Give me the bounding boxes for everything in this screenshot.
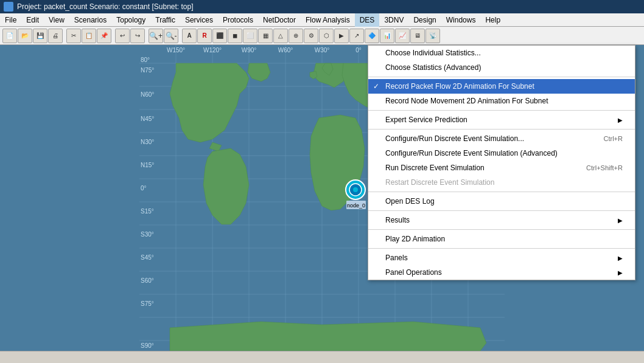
app-icon [4, 2, 13, 12]
dd-record-node-movement[interactable]: Record Node Movement 2D Animation For Su… [368, 94, 635, 108]
tb-zoom-in[interactable]: 🔍+ [149, 29, 163, 43]
menu-edit[interactable]: Edit [21, 13, 44, 27]
dd-check-icon: ✓ [373, 82, 379, 91]
dd-record-node-movement-label: Record Node Movement 2D Animation For Su… [385, 97, 548, 105]
dd-panel-operations-arrow: ▶ [618, 269, 623, 276]
lat-label-s60: S60° [141, 277, 154, 284]
lon-label-w150: W150° [167, 47, 185, 54]
menu-file[interactable]: File [0, 13, 21, 27]
dd-expert-service[interactable]: Expert Service Prediction ▶ [368, 112, 635, 127]
menubar: File Edit View Scenarios Topology Traffi… [0, 13, 644, 27]
lat-label-s45: S45° [141, 254, 154, 261]
dd-record-packet-flow[interactable]: ✓ Record Packet Flow 2D Animation For Su… [368, 79, 635, 94]
tb-cut[interactable]: ✂ [66, 29, 81, 43]
tb-tool3[interactable]: ⬛ [212, 29, 227, 43]
dd-choose-advanced-label: Choose Statistics (Advanced) [385, 63, 481, 72]
dd-configure-run-advanced-label: Configure/Run Discrete Event Simulation … [385, 149, 558, 157]
menu-windows[interactable]: Windows [441, 13, 481, 27]
tb-tool5[interactable]: ⬜ [243, 29, 257, 43]
lat-label-s15: S15° [141, 208, 154, 215]
tb-tool8[interactable]: ⊕ [289, 29, 303, 43]
tb-tool13[interactable]: 🔷 [365, 29, 379, 43]
menu-flow-analysis[interactable]: Flow Analysis [301, 13, 355, 27]
tb-save[interactable]: 💾 [33, 29, 47, 43]
toolbar: 📄 📂 💾 🖨 ✂ 📋 📌 ↩ ↪ 🔍+ 🔍- A R ⬛ ◼ ⬜ ▦ △ ⊕ … [0, 27, 644, 45]
lon-label-w30: W30° [315, 47, 330, 54]
statusbar [0, 351, 644, 363]
tb-tool6[interactable]: ▦ [258, 29, 273, 43]
lon-label-0: 0° [355, 47, 362, 54]
tb-paste[interactable]: 📌 [97, 29, 111, 43]
menu-des[interactable]: DES [355, 13, 380, 27]
dd-run-des[interactable]: Run Discrete Event Simulation Ctrl+Shift… [368, 161, 635, 175]
lat-label-s30: S30° [141, 231, 154, 238]
menu-scenarios[interactable]: Scenarios [69, 13, 111, 27]
tb-tool14[interactable]: 📊 [380, 29, 394, 43]
dd-record-packet-flow-label: Record Packet Flow 2D Animation For Subn… [385, 82, 534, 91]
menu-traffic[interactable]: Traffic [150, 13, 180, 27]
tb-tool16[interactable]: 🖥 [410, 29, 425, 43]
tb-tool9[interactable]: ⚙ [304, 29, 318, 43]
tb-tool1[interactable]: A [182, 29, 197, 43]
menu-protocols[interactable]: Protocols [218, 13, 258, 27]
lat-label-n30: N30° [141, 139, 154, 145]
tb-undo[interactable]: ↩ [115, 29, 130, 43]
dd-play-2d[interactable]: Play 2D Animation [368, 232, 635, 246]
tb-tool2[interactable]: R [197, 29, 212, 43]
dd-open-des-log[interactable]: Open DES Log [368, 194, 635, 209]
dd-choose-individual[interactable]: Choose Individual Statistics... [368, 46, 635, 60]
tb-tool11[interactable]: ▶ [334, 29, 349, 43]
dd-open-des-log-label: Open DES Log [385, 197, 435, 206]
dd-sep4 [368, 192, 635, 192]
dd-sep3 [368, 129, 635, 130]
dd-sep6 [368, 229, 635, 230]
tb-open[interactable]: 📂 [18, 29, 32, 43]
node-dot [353, 187, 358, 192]
menu-netdoctor[interactable]: NetDoctor [258, 13, 301, 27]
dd-sep2 [368, 110, 635, 111]
menu-services[interactable]: Services [180, 13, 218, 27]
tb-tool12[interactable]: ↗ [349, 29, 364, 43]
dd-run-des-label: Run Discrete Event Simulation [385, 164, 485, 172]
dd-results[interactable]: Results ▶ [368, 213, 635, 227]
lat-label-n75: N75° [141, 67, 154, 74]
dd-expert-service-label: Expert Service Prediction [385, 116, 467, 124]
dd-results-arrow: ▶ [618, 217, 623, 224]
tb-tool17[interactable]: 📡 [425, 29, 440, 43]
dd-configure-run-label: Configure/Run Discrete Event Simulation.… [385, 134, 524, 143]
dd-restart-des: Restart Discrete Event Simulation [368, 175, 635, 190]
dd-panel-operations-label: Panel Operations [385, 268, 442, 277]
lon-label-w90: W90° [242, 47, 257, 54]
dd-results-label: Results [385, 216, 410, 224]
dd-panel-operations[interactable]: Panel Operations ▶ [368, 265, 635, 280]
menu-topology[interactable]: Topology [111, 13, 150, 27]
tb-tool10[interactable]: ⬡ [319, 29, 334, 43]
tb-tool4[interactable]: ◼ [228, 29, 242, 43]
dd-configure-run-advanced[interactable]: Configure/Run Discrete Event Simulation … [368, 146, 635, 161]
menu-design[interactable]: Design [408, 13, 441, 27]
tb-tool7[interactable]: △ [273, 29, 288, 43]
tb-tool15[interactable]: 📈 [395, 29, 410, 43]
dd-restart-des-label: Restart Discrete Event Simulation [385, 178, 494, 187]
dd-panels-arrow: ▶ [618, 255, 623, 261]
lat-label-80: 80° [141, 57, 150, 63]
dd-panels[interactable]: Panels ▶ [368, 251, 635, 265]
lon-label-w120: W120° [203, 47, 222, 54]
lat-label-n15: N15° [141, 162, 154, 168]
tb-zoom-out[interactable]: 🔍- [164, 29, 178, 43]
menu-help[interactable]: Help [480, 13, 505, 27]
tb-print[interactable]: 🖨 [48, 29, 63, 43]
menu-view[interactable]: View [44, 13, 69, 27]
tb-redo[interactable]: ↪ [130, 29, 145, 43]
dd-configure-run[interactable]: Configure/Run Discrete Event Simulation.… [368, 131, 635, 146]
lon-label-w60: W60° [278, 47, 293, 54]
dd-choose-individual-label: Choose Individual Statistics... [385, 49, 481, 57]
lat-label-0: 0° [141, 185, 147, 192]
tb-copy[interactable]: 📋 [82, 29, 96, 43]
tb-new[interactable]: 📄 [2, 29, 17, 43]
menu-3dnv[interactable]: 3DNV [379, 13, 408, 27]
dropdown-menu: Choose Individual Statistics... Choose S… [368, 45, 635, 280]
lat-label-s75: S75° [141, 300, 154, 307]
lat-label-n60: N60° [141, 91, 154, 98]
dd-choose-advanced[interactable]: Choose Statistics (Advanced) [368, 60, 635, 75]
